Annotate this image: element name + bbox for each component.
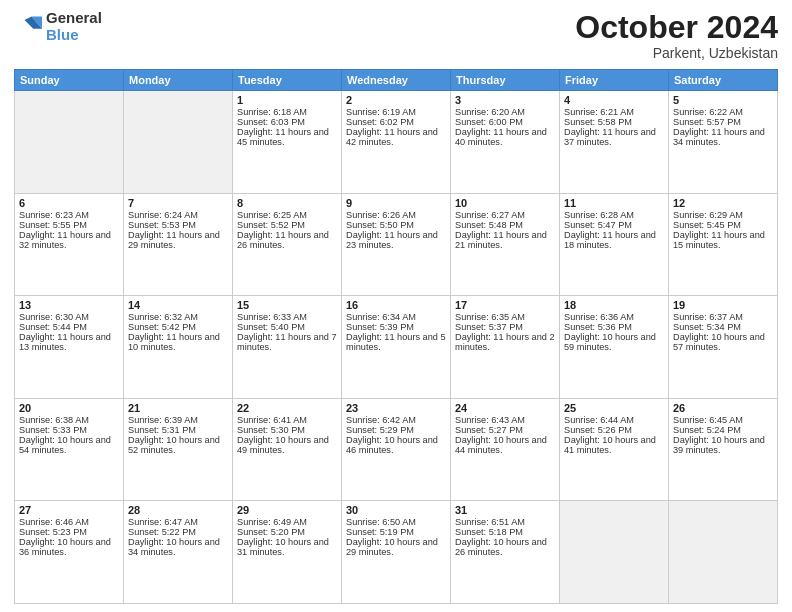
sunset-text: Sunset: 5:31 PM: [128, 425, 196, 435]
day-number: 13: [19, 299, 119, 311]
daylight-text: Daylight: 11 hours and 26 minutes.: [237, 230, 329, 250]
daylight-text: Daylight: 11 hours and 18 minutes.: [564, 230, 656, 250]
logo-text: General Blue: [46, 10, 102, 43]
day-number: 18: [564, 299, 664, 311]
location-subtitle: Parkent, Uzbekistan: [575, 45, 778, 61]
sunset-text: Sunset: 5:19 PM: [346, 527, 414, 537]
sunset-text: Sunset: 5:53 PM: [128, 220, 196, 230]
daylight-text: Daylight: 10 hours and 34 minutes.: [128, 537, 220, 557]
sunrise-text: Sunrise: 6:49 AM: [237, 517, 307, 527]
table-row: 3Sunrise: 6:20 AMSunset: 6:00 PMDaylight…: [451, 91, 560, 194]
day-number: 29: [237, 504, 337, 516]
table-row: 12Sunrise: 6:29 AMSunset: 5:45 PMDayligh…: [669, 193, 778, 296]
table-row: 21Sunrise: 6:39 AMSunset: 5:31 PMDayligh…: [124, 398, 233, 501]
title-block: October 2024 Parkent, Uzbekistan: [575, 10, 778, 61]
sunset-text: Sunset: 5:45 PM: [673, 220, 741, 230]
sunset-text: Sunset: 6:00 PM: [455, 117, 523, 127]
sunset-text: Sunset: 5:20 PM: [237, 527, 305, 537]
sunset-text: Sunset: 5:52 PM: [237, 220, 305, 230]
sunset-text: Sunset: 5:26 PM: [564, 425, 632, 435]
daylight-text: Daylight: 11 hours and 21 minutes.: [455, 230, 547, 250]
col-sunday: Sunday: [15, 70, 124, 91]
table-row: [124, 91, 233, 194]
sunrise-text: Sunrise: 6:44 AM: [564, 415, 634, 425]
sunset-text: Sunset: 5:29 PM: [346, 425, 414, 435]
sunrise-text: Sunrise: 6:26 AM: [346, 210, 416, 220]
sunrise-text: Sunrise: 6:22 AM: [673, 107, 743, 117]
col-friday: Friday: [560, 70, 669, 91]
table-row: 28Sunrise: 6:47 AMSunset: 5:22 PMDayligh…: [124, 501, 233, 604]
sunset-text: Sunset: 5:37 PM: [455, 322, 523, 332]
sunrise-text: Sunrise: 6:33 AM: [237, 312, 307, 322]
day-number: 10: [455, 197, 555, 209]
calendar-week-row: 6Sunrise: 6:23 AMSunset: 5:55 PMDaylight…: [15, 193, 778, 296]
sunset-text: Sunset: 5:40 PM: [237, 322, 305, 332]
day-number: 4: [564, 94, 664, 106]
day-number: 2: [346, 94, 446, 106]
day-number: 11: [564, 197, 664, 209]
table-row: 5Sunrise: 6:22 AMSunset: 5:57 PMDaylight…: [669, 91, 778, 194]
col-monday: Monday: [124, 70, 233, 91]
day-number: 9: [346, 197, 446, 209]
day-number: 25: [564, 402, 664, 414]
col-thursday: Thursday: [451, 70, 560, 91]
table-row: 23Sunrise: 6:42 AMSunset: 5:29 PMDayligh…: [342, 398, 451, 501]
calendar-container: General Blue October 2024 Parkent, Uzbek…: [0, 0, 792, 612]
table-row: 27Sunrise: 6:46 AMSunset: 5:23 PMDayligh…: [15, 501, 124, 604]
sunset-text: Sunset: 5:30 PM: [237, 425, 305, 435]
table-row: 8Sunrise: 6:25 AMSunset: 5:52 PMDaylight…: [233, 193, 342, 296]
sunrise-text: Sunrise: 6:23 AM: [19, 210, 89, 220]
logo-general: General: [46, 10, 102, 27]
table-row: [669, 501, 778, 604]
table-row: 10Sunrise: 6:27 AMSunset: 5:48 PMDayligh…: [451, 193, 560, 296]
sunset-text: Sunset: 5:24 PM: [673, 425, 741, 435]
daylight-text: Daylight: 11 hours and 29 minutes.: [128, 230, 220, 250]
table-row: 26Sunrise: 6:45 AMSunset: 5:24 PMDayligh…: [669, 398, 778, 501]
sunrise-text: Sunrise: 6:20 AM: [455, 107, 525, 117]
sunset-text: Sunset: 5:18 PM: [455, 527, 523, 537]
calendar-week-row: 27Sunrise: 6:46 AMSunset: 5:23 PMDayligh…: [15, 501, 778, 604]
day-number: 12: [673, 197, 773, 209]
sunrise-text: Sunrise: 6:29 AM: [673, 210, 743, 220]
sunrise-text: Sunrise: 6:50 AM: [346, 517, 416, 527]
table-row: 14Sunrise: 6:32 AMSunset: 5:42 PMDayligh…: [124, 296, 233, 399]
daylight-text: Daylight: 11 hours and 5 minutes.: [346, 332, 446, 352]
day-number: 20: [19, 402, 119, 414]
daylight-text: Daylight: 10 hours and 44 minutes.: [455, 435, 547, 455]
daylight-text: Daylight: 11 hours and 2 minutes.: [455, 332, 555, 352]
sunset-text: Sunset: 5:58 PM: [564, 117, 632, 127]
sunrise-text: Sunrise: 6:39 AM: [128, 415, 198, 425]
sunset-text: Sunset: 5:44 PM: [19, 322, 87, 332]
daylight-text: Daylight: 11 hours and 37 minutes.: [564, 127, 656, 147]
daylight-text: Daylight: 10 hours and 49 minutes.: [237, 435, 329, 455]
day-number: 14: [128, 299, 228, 311]
day-number: 5: [673, 94, 773, 106]
daylight-text: Daylight: 11 hours and 7 minutes.: [237, 332, 337, 352]
calendar-week-row: 13Sunrise: 6:30 AMSunset: 5:44 PMDayligh…: [15, 296, 778, 399]
daylight-text: Daylight: 11 hours and 32 minutes.: [19, 230, 111, 250]
sunrise-text: Sunrise: 6:47 AM: [128, 517, 198, 527]
calendar-header-row: Sunday Monday Tuesday Wednesday Thursday…: [15, 70, 778, 91]
day-number: 17: [455, 299, 555, 311]
col-tuesday: Tuesday: [233, 70, 342, 91]
table-row: 7Sunrise: 6:24 AMSunset: 5:53 PMDaylight…: [124, 193, 233, 296]
daylight-text: Daylight: 11 hours and 45 minutes.: [237, 127, 329, 147]
logo-icon: [14, 13, 42, 41]
col-saturday: Saturday: [669, 70, 778, 91]
daylight-text: Daylight: 11 hours and 15 minutes.: [673, 230, 765, 250]
table-row: 29Sunrise: 6:49 AMSunset: 5:20 PMDayligh…: [233, 501, 342, 604]
col-wednesday: Wednesday: [342, 70, 451, 91]
sunrise-text: Sunrise: 6:34 AM: [346, 312, 416, 322]
sunset-text: Sunset: 5:22 PM: [128, 527, 196, 537]
daylight-text: Daylight: 10 hours and 46 minutes.: [346, 435, 438, 455]
daylight-text: Daylight: 11 hours and 13 minutes.: [19, 332, 111, 352]
table-row: 19Sunrise: 6:37 AMSunset: 5:34 PMDayligh…: [669, 296, 778, 399]
day-number: 16: [346, 299, 446, 311]
day-number: 8: [237, 197, 337, 209]
daylight-text: Daylight: 10 hours and 59 minutes.: [564, 332, 656, 352]
table-row: [560, 501, 669, 604]
daylight-text: Daylight: 11 hours and 40 minutes.: [455, 127, 547, 147]
sunrise-text: Sunrise: 6:36 AM: [564, 312, 634, 322]
sunset-text: Sunset: 5:55 PM: [19, 220, 87, 230]
day-number: 3: [455, 94, 555, 106]
